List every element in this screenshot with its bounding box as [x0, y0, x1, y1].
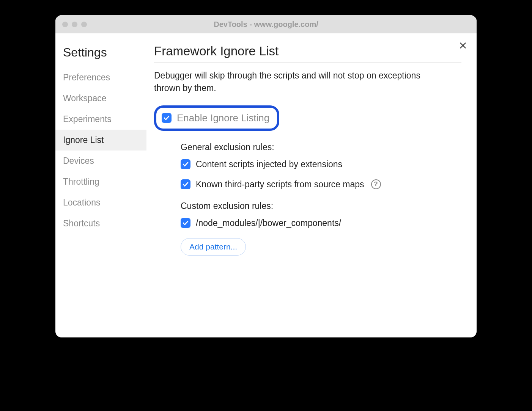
sidebar-item-preferences[interactable]: Preferences: [55, 67, 146, 88]
content-area: Settings Preferences Workspace Experimen…: [55, 33, 477, 337]
general-exclusion-section: General exclusion rules: Content scripts…: [154, 142, 461, 190]
sidebar-item-devices[interactable]: Devices: [55, 151, 146, 171]
rule-node-modules-label: /node_modules/|/bower_components/: [196, 218, 341, 228]
rule-third-party-scripts-checkbox[interactable]: [181, 179, 190, 189]
checkmark-icon: [182, 181, 189, 188]
close-button[interactable]: [458, 40, 468, 51]
sidebar-item-experiments[interactable]: Experiments: [55, 109, 146, 130]
rule-node-modules-checkbox[interactable]: [181, 218, 190, 228]
sidebar-item-throttling[interactable]: Throttling: [55, 171, 146, 192]
page-description: Debugger will skip through the scripts a…: [154, 69, 442, 95]
enable-ignore-listing-checkbox[interactable]: [162, 113, 172, 123]
custom-section-title: Custom exclusion rules:: [181, 201, 461, 211]
add-pattern-button[interactable]: Add pattern...: [181, 238, 246, 256]
page-title: Framework Ignore List: [154, 44, 461, 63]
window-titlebar: DevTools - www.google.com/: [55, 15, 477, 33]
close-icon: [459, 41, 467, 50]
traffic-lights: [55, 22, 87, 27]
custom-exclusion-section: Custom exclusion rules: /node_modules/|/…: [154, 201, 461, 256]
main-panel: Framework Ignore List Debugger will skip…: [146, 33, 477, 337]
traffic-light-minimize[interactable]: [72, 22, 77, 27]
window-title: DevTools - www.google.com/: [55, 20, 477, 29]
sidebar-item-ignore-list[interactable]: Ignore List: [55, 130, 146, 151]
rule-content-scripts-checkbox[interactable]: [181, 159, 190, 169]
enable-ignore-listing-label: Enable Ignore Listing: [177, 112, 269, 124]
sidebar-title: Settings: [55, 42, 146, 67]
checkmark-icon: [182, 220, 189, 226]
traffic-light-zoom[interactable]: [81, 22, 87, 27]
settings-sidebar: Settings Preferences Workspace Experimen…: [55, 33, 146, 337]
rule-node-modules: /node_modules/|/bower_components/: [181, 218, 461, 228]
sidebar-item-locations[interactable]: Locations: [55, 192, 146, 213]
rule-content-scripts-label: Content scripts injected by extensions: [196, 159, 342, 169]
checkmark-icon: [182, 161, 189, 168]
rule-content-scripts: Content scripts injected by extensions: [181, 159, 461, 169]
traffic-light-close[interactable]: [62, 22, 68, 27]
rule-third-party-scripts-label: Known third-party scripts from source ma…: [196, 179, 364, 190]
devtools-settings-window: DevTools - www.google.com/ Settings Pref…: [55, 15, 477, 337]
checkmark-icon: [163, 115, 170, 121]
rule-third-party-scripts: Known third-party scripts from source ma…: [181, 179, 461, 190]
sidebar-item-shortcuts[interactable]: Shortcuts: [55, 213, 146, 234]
help-icon[interactable]: ?: [371, 179, 381, 189]
sidebar-item-workspace[interactable]: Workspace: [55, 88, 146, 109]
enable-ignore-listing-highlight: Enable Ignore Listing: [154, 105, 279, 131]
general-section-title: General exclusion rules:: [181, 142, 461, 152]
